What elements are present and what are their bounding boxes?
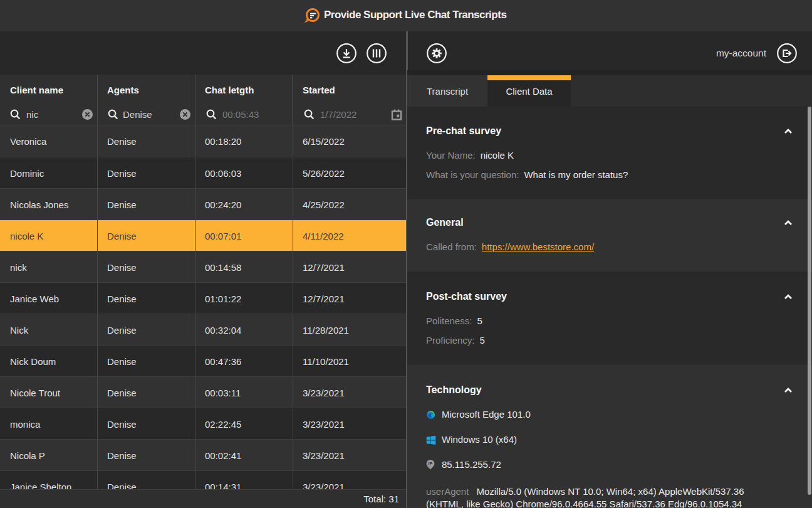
- svg-text:IP: IP: [429, 461, 433, 467]
